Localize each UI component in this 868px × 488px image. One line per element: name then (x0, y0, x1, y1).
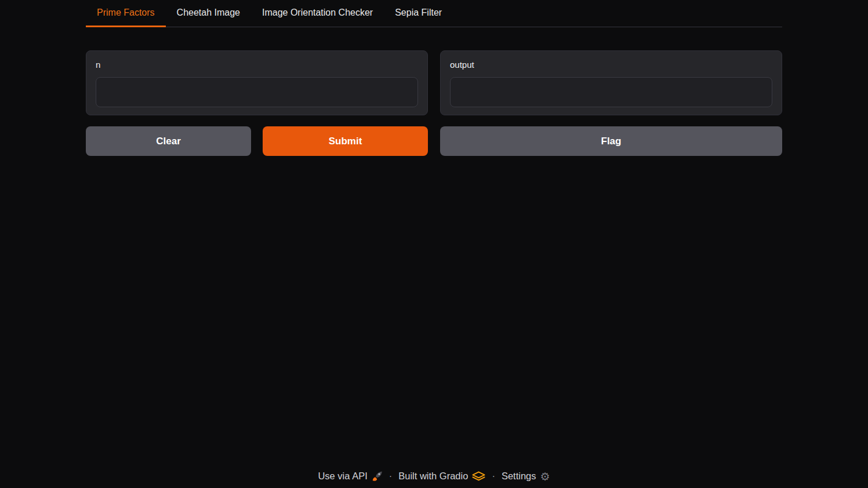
built-with-gradio-link[interactable]: Built with Gradio (398, 471, 485, 482)
n-input[interactable] (96, 77, 418, 107)
submit-button[interactable]: Submit (263, 126, 428, 156)
tab-cheetah-image[interactable]: Cheetah Image (166, 0, 251, 27)
settings-link[interactable]: Settings ⚙ (502, 471, 550, 482)
gradio-app: Prime Factors Cheetah Image Image Orient… (0, 0, 868, 488)
tab-prime-factors[interactable]: Prime Factors (86, 0, 166, 27)
tab-bar: Prime Factors Cheetah Image Image Orient… (86, 0, 782, 27)
input-panel-label: n (96, 60, 418, 70)
settings-label: Settings (502, 471, 536, 482)
footer: Use via API · Built with Gradio · Settin… (0, 471, 868, 482)
tab-sepia-filter[interactable]: Sepia Filter (384, 0, 453, 27)
rocket-icon (372, 471, 383, 482)
gear-icon: ⚙ (540, 471, 550, 482)
clear-submit-group: Clear Submit (86, 126, 428, 156)
main-container: Prime Factors Cheetah Image Image Orient… (86, 0, 782, 156)
clear-button[interactable]: Clear (86, 126, 251, 156)
input-panel: n (86, 50, 428, 115)
action-buttons-row: Clear Submit Flag (86, 126, 782, 156)
flag-group: Flag (440, 126, 782, 156)
use-via-api-label: Use via API (318, 471, 367, 482)
use-via-api-link[interactable]: Use via API (318, 471, 382, 482)
output-panel-label: output (450, 60, 772, 70)
tab-image-orientation-checker[interactable]: Image Orientation Checker (251, 0, 384, 27)
footer-separator: · (388, 471, 394, 482)
output-field[interactable] (450, 77, 772, 107)
built-with-gradio-label: Built with Gradio (398, 471, 468, 482)
flag-button[interactable]: Flag (440, 126, 782, 156)
output-panel: output (440, 50, 782, 115)
footer-separator: · (491, 471, 496, 482)
gradio-logo (472, 471, 485, 481)
io-panels-row: n output (86, 50, 782, 115)
